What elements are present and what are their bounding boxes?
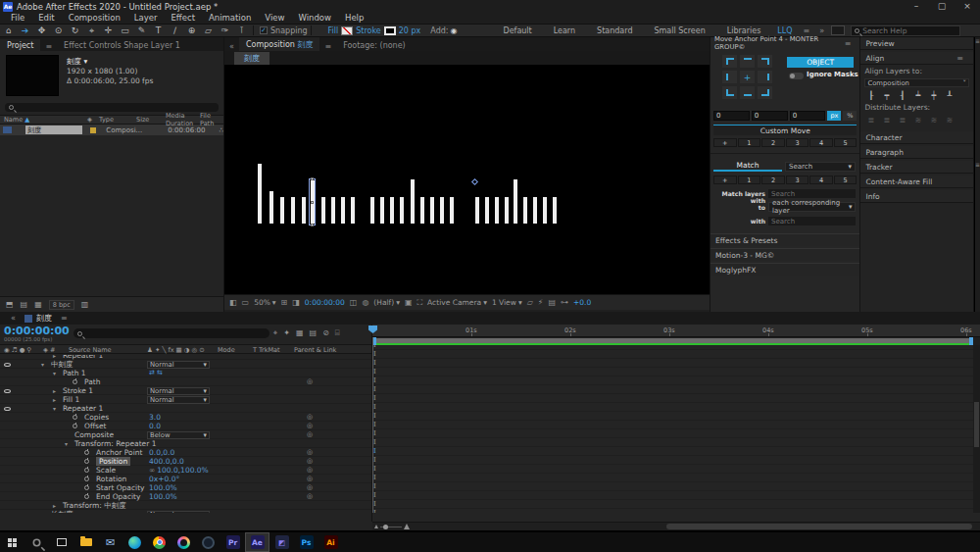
property-label[interactable]: Stroke 1: [63, 386, 93, 395]
stopwatch-icon[interactable]: [84, 485, 89, 490]
panel-content-aware-fill[interactable]: Content-Aware Fill: [860, 176, 973, 188]
taskbar-start[interactable]: [0, 532, 24, 552]
track-row[interactable]: I: [372, 403, 973, 412]
custom-preset-2[interactable]: 2: [761, 138, 785, 147]
path-direction-icons[interactable]: ⇄ ⇆: [149, 369, 163, 377]
pixel-aspect-icon[interactable]: ▱: [527, 298, 533, 307]
snapping-checkbox[interactable]: ✓: [260, 26, 268, 34]
selection-box[interactable]: [309, 178, 316, 226]
align-target-dropdown[interactable]: Composition˅: [864, 78, 969, 87]
track-row[interactable]: I: [372, 376, 973, 385]
tab-composition[interactable]: Composition 刻度: [239, 37, 320, 51]
track-row[interactable]: I: [372, 429, 973, 438]
fast-previews-icon[interactable]: ⚡: [538, 298, 544, 307]
align-button-2[interactable]: ┨: [896, 90, 908, 100]
track-row[interactable]: I: [372, 509, 973, 513]
composite-dropdown[interactable]: Below▾: [147, 431, 210, 439]
custom-preset-5[interactable]: 5: [834, 138, 858, 147]
frame-blending-icon[interactable]: ▤: [310, 328, 318, 338]
current-timecode[interactable]: 0:00:00:00: [4, 326, 70, 336]
column-Size[interactable]: Size: [132, 116, 162, 124]
property-value[interactable]: 400.0,0.0: [149, 457, 184, 466]
track-row[interactable]: I: [372, 474, 973, 482]
selection-handle[interactable]: [311, 224, 314, 226]
tab-footage[interactable]: Footage: (none): [336, 39, 413, 51]
property-label[interactable]: Path: [84, 377, 100, 386]
property-label[interactable]: Repeater 1: [63, 404, 103, 413]
panel-effects-presets[interactable]: Effects & Presets: [710, 233, 859, 246]
hide-shy-layers-icon[interactable]: ▦: [296, 328, 304, 338]
menu-edit[interactable]: Edit: [31, 13, 61, 24]
search-help-input[interactable]: [862, 26, 951, 35]
collapsed-panel-strip[interactable]: ≡≡: [974, 37, 980, 312]
track-row[interactable]: I: [372, 394, 973, 403]
blend-mode-dropdown[interactable]: Normal▾: [147, 511, 210, 514]
property-label[interactable]: Start Opacity: [96, 483, 145, 492]
panel-align[interactable]: Align≡: [860, 52, 973, 65]
property-value[interactable]: 100.0%: [149, 492, 177, 501]
align-button-0[interactable]: ┠: [864, 90, 877, 100]
track-row[interactable]: I: [372, 465, 973, 474]
menu-window[interactable]: Window: [291, 13, 338, 24]
twirl-icon[interactable]: ▾: [53, 369, 56, 377]
taskbar-search[interactable]: [24, 532, 49, 552]
add-icon[interactable]: ◉: [451, 26, 458, 35]
timeline-track-area[interactable]: 01s02s03s04s05s06s IIIIIIIIIIIIIIIIIIII: [372, 325, 980, 522]
resolution-dropdown[interactable]: (Half)▾: [373, 298, 400, 307]
property-value[interactable]: 0.0,0.0: [149, 448, 174, 457]
maximize-button[interactable]: ▢: [929, 0, 955, 13]
to-dropdown[interactable]: each corresponding layer▾: [768, 202, 856, 212]
anchor-grid-cell[interactable]: [740, 86, 755, 99]
stopwatch-icon[interactable]: [84, 459, 89, 464]
anchor-grid-cell[interactable]: [722, 55, 737, 68]
property-value[interactable]: 0x+0.0°: [149, 475, 179, 483]
menu-file[interactable]: File: [4, 13, 31, 24]
exposure-value[interactable]: +0.0: [573, 298, 591, 307]
tab-project[interactable]: Project: [0, 39, 40, 51]
twirl-icon[interactable]: ▾: [41, 360, 44, 369]
taskbar-davinci-resolve[interactable]: [172, 532, 196, 552]
stopwatch-icon[interactable]: [84, 477, 89, 481]
parent-link-icon[interactable]: ◎: [307, 475, 313, 483]
selection-tool[interactable]: ➔: [17, 25, 33, 37]
timeline-row[interactable]: Offset0.0◎: [0, 422, 371, 430]
timeline-search[interactable]: [74, 328, 270, 338]
timeline-row[interactable]: Copies3.0◎: [0, 413, 371, 422]
taskbar-chrome[interactable]: [147, 532, 172, 552]
magnification-dropdown[interactable]: 50%▾: [254, 298, 275, 307]
close-button[interactable]: ×: [955, 0, 980, 13]
taskbar-task-view[interactable]: [49, 532, 74, 552]
property-label[interactable]: Scale: [96, 466, 116, 475]
menu-animation[interactable]: Animation: [202, 13, 258, 24]
match-preset-1[interactable]: 1: [738, 176, 761, 184]
project-item-name[interactable]: 刻度 ▾: [67, 57, 153, 67]
delete-item-icon[interactable]: ▥: [81, 300, 89, 309]
timeline-row[interactable]: ▸长刻度Normal▾: [0, 510, 371, 513]
selection-handle[interactable]: [311, 177, 314, 180]
workspace-libraries[interactable]: Libraries: [716, 26, 772, 35]
property-label[interactable]: Rotation: [96, 475, 126, 483]
panel-info[interactable]: Info: [860, 190, 973, 203]
taskbar-premiere[interactable]: Pr: [220, 532, 245, 552]
timeline-row[interactable]: ▸Stroke 1Normal▾: [0, 386, 371, 395]
timeline-horizontal-scrollbar[interactable]: [666, 524, 972, 529]
hand-tool[interactable]: ✥: [33, 25, 50, 37]
parent-link-icon[interactable]: ◎: [307, 483, 313, 492]
menu-effect[interactable]: Effect: [165, 13, 202, 24]
property-value[interactable]: 100.0%: [149, 483, 177, 492]
new-composition-icon[interactable]: ▦: [34, 300, 42, 309]
composition-panel-menu-icon[interactable]: ≡: [319, 42, 336, 51]
with-input[interactable]: Search: [768, 217, 856, 226]
panel-moglyphfx[interactable]: MoglyphFX: [710, 263, 859, 276]
flowchart-icon[interactable]: ⊶: [561, 298, 568, 307]
track-row[interactable]: I: [372, 350, 973, 359]
stopwatch-icon[interactable]: [84, 468, 89, 473]
stock-icon[interactable]: [831, 25, 845, 35]
property-label[interactable]: 中刻度: [51, 360, 74, 369]
timeline-row[interactable]: ▾中刻度Normal▾: [0, 360, 371, 369]
visibility-eye-icon[interactable]: [4, 389, 11, 393]
property-label[interactable]: Offset: [84, 422, 107, 430]
timeline-zoom-control[interactable]: [374, 524, 410, 529]
custom-preset-1[interactable]: 1: [738, 138, 761, 147]
anchor-grid-cell[interactable]: +: [740, 71, 755, 83]
